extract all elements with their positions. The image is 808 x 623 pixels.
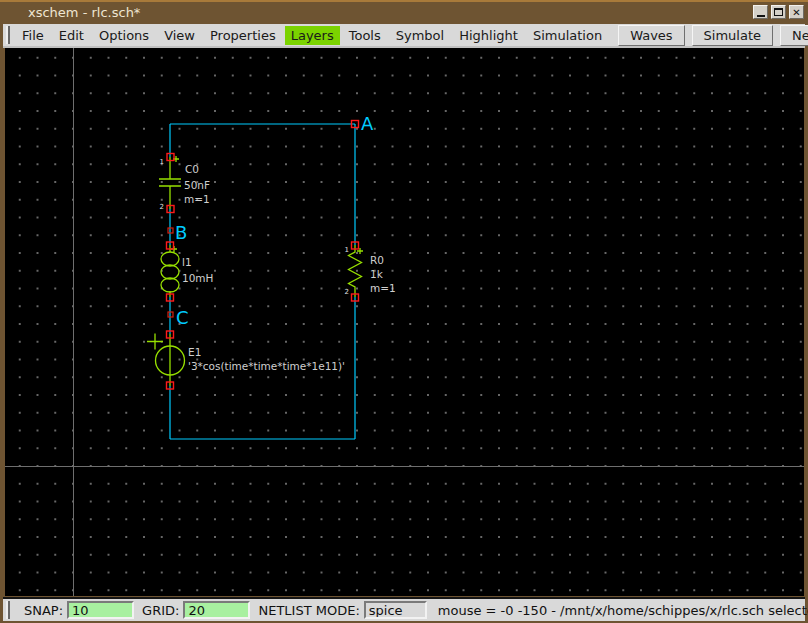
grid-input[interactable] xyxy=(183,601,250,619)
maximize-icon xyxy=(774,8,783,16)
component-inductor[interactable]: l1 10mH xyxy=(161,242,214,301)
menu-tools[interactable]: Tools xyxy=(343,26,387,45)
netlist-mode-label: NETLIST MODE: xyxy=(258,603,359,618)
menu-highlight[interactable]: Highlight xyxy=(453,26,524,45)
component-resistor[interactable]: 1 2 R0 1k m=1 xyxy=(345,242,396,301)
close-icon: ✕ xyxy=(792,7,800,18)
window-controls: ✕ xyxy=(750,5,804,19)
node-label-c[interactable]: C xyxy=(176,307,189,328)
component-capacitor[interactable]: 1 2 C0 50nF m=1 xyxy=(159,154,210,213)
component-value[interactable]: '3*cos(time*time*time*1e11)' xyxy=(188,360,345,372)
menu-view[interactable]: View xyxy=(158,26,201,45)
menu-edit[interactable]: Edit xyxy=(53,26,90,45)
component-ref[interactable]: E1 xyxy=(188,346,201,358)
inductor-coil[interactable] xyxy=(161,252,179,266)
pin-number: 1 xyxy=(160,158,164,166)
menu-file[interactable]: File xyxy=(16,26,50,45)
minimize-icon xyxy=(757,15,765,17)
plus-polarity-icon xyxy=(147,334,163,350)
component-ref[interactable]: R0 xyxy=(370,254,384,266)
component-vsource[interactable]: E1 '3*cos(time*time*time*1e11)' xyxy=(147,331,345,389)
netlist-mode-input[interactable] xyxy=(364,601,427,619)
snap-label: SNAP: xyxy=(24,603,63,618)
menu-properties[interactable]: Properties xyxy=(204,26,282,45)
maximize-button[interactable] xyxy=(771,5,786,19)
grid-label: GRID: xyxy=(142,603,179,618)
status-bar: SNAP: GRID: NETLIST MODE: mouse = -0 -15… xyxy=(3,597,805,621)
node-label-a[interactable]: A xyxy=(361,113,374,134)
close-button[interactable]: ✕ xyxy=(789,5,804,19)
title-bar[interactable]: xschem - rlc.sch* ✕ xyxy=(0,2,808,22)
component-ref[interactable]: C0 xyxy=(185,163,199,175)
menu-layers[interactable]: Layers xyxy=(285,26,340,45)
pin-number: 2 xyxy=(345,288,349,296)
rlc-schematic[interactable]: 1 2 C0 50nF m=1 l1 10mH xyxy=(5,48,804,596)
menubar-actions: Waves Simulate Netlist Help xyxy=(611,25,808,46)
mouse-status-text: mouse = -0 -150 - /mnt/x/home/schippes/x… xyxy=(438,603,808,618)
xschem-window: xschem - rlc.sch* ✕ File Edit Options Vi… xyxy=(0,0,808,623)
component-mult[interactable]: m=1 xyxy=(184,193,210,205)
menubar-grip[interactable] xyxy=(6,26,10,44)
menu-simulation[interactable]: Simulation xyxy=(527,26,608,45)
component-value[interactable]: 10mH xyxy=(182,272,214,284)
component-value[interactable]: 50nF xyxy=(184,179,210,191)
window-title: xschem - rlc.sch* xyxy=(28,5,140,20)
node-label-b[interactable]: B xyxy=(175,222,187,243)
net-labels[interactable]: A B C xyxy=(168,113,374,328)
menu-options[interactable]: Options xyxy=(93,26,155,45)
pin-number: 1 xyxy=(345,246,349,254)
menu-bar: File Edit Options View Properties Layers… xyxy=(3,24,805,48)
component-mult[interactable]: m=1 xyxy=(370,282,396,294)
statusbar-grip[interactable] xyxy=(6,601,10,619)
inductor-coil[interactable] xyxy=(161,278,179,292)
snap-input[interactable] xyxy=(67,601,134,619)
component-value[interactable]: 1k xyxy=(370,268,384,280)
component-ref[interactable]: l1 xyxy=(182,256,192,268)
waves-button[interactable]: Waves xyxy=(618,25,684,46)
pin-number: 2 xyxy=(160,203,164,211)
simulate-button[interactable]: Simulate xyxy=(692,25,773,46)
minimize-button[interactable] xyxy=(753,5,768,19)
netlist-button[interactable]: Netlist xyxy=(780,25,808,46)
inductor-coil[interactable] xyxy=(161,265,179,279)
menu-symbol[interactable]: Symbol xyxy=(390,26,450,45)
schematic-canvas[interactable]: 1 2 C0 50nF m=1 l1 10mH xyxy=(5,48,804,596)
